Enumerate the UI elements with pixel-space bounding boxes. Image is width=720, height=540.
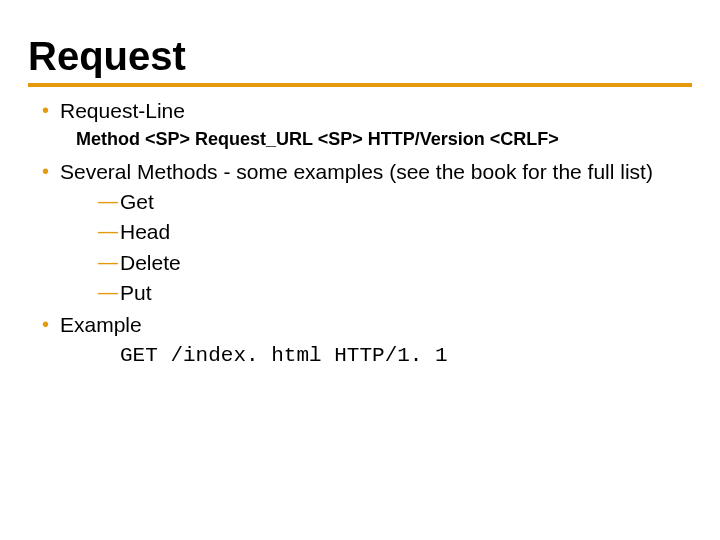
- method-item-get: Get: [98, 188, 692, 216]
- method-item-put: Put: [98, 279, 692, 307]
- request-line-syntax: Method <SP> Request_URL <SP> HTTP/Versio…: [60, 127, 692, 151]
- method-label: Head: [120, 220, 170, 243]
- slide-title: Request: [28, 34, 692, 79]
- bullet-example: Example GET /index. html HTTP/1. 1: [42, 311, 692, 370]
- method-item-delete: Delete: [98, 249, 692, 277]
- example-code: GET /index. html HTTP/1. 1: [60, 342, 692, 370]
- method-label: Get: [120, 190, 154, 213]
- bullet-request-line: Request-Line Method <SP> Request_URL <SP…: [42, 97, 692, 152]
- bullet-text: Several Methods - some examples (see the…: [60, 160, 653, 183]
- bullet-list: Request-Line Method <SP> Request_URL <SP…: [28, 97, 692, 370]
- bullet-methods: Several Methods - some examples (see the…: [42, 158, 692, 308]
- bullet-text: Request-Line: [60, 99, 185, 122]
- method-item-head: Head: [98, 218, 692, 246]
- method-label: Delete: [120, 251, 181, 274]
- title-underline: [28, 83, 692, 87]
- slide-content: Request-Line Method <SP> Request_URL <SP…: [28, 97, 692, 370]
- slide: Request Request-Line Method <SP> Request…: [0, 0, 720, 370]
- method-label: Put: [120, 281, 152, 304]
- bullet-text: Example: [60, 313, 142, 336]
- methods-sublist: Get Head Delete Put: [60, 188, 692, 307]
